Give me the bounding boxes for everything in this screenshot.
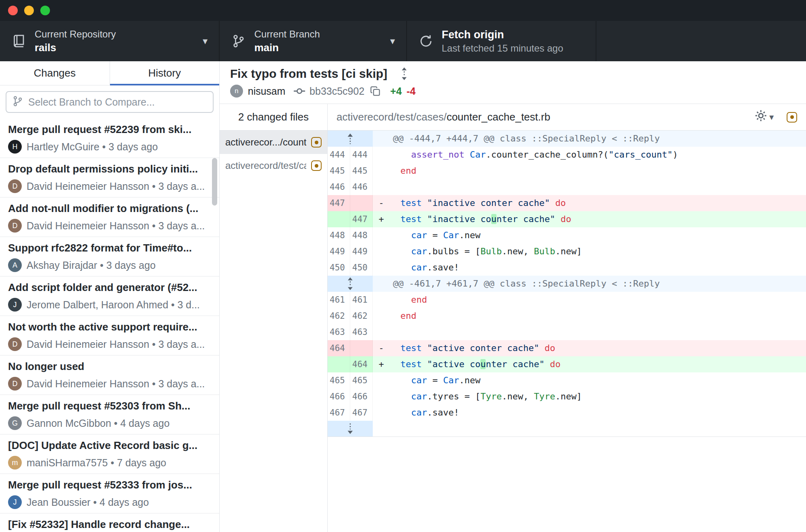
hunk-header-row: @@ -444,7 +444,7 @@ class ::SpecialReply… (328, 131, 806, 147)
author-avatar: n (230, 85, 243, 98)
code-text: assert_not Car.counter_cache_column?("ca… (390, 147, 806, 163)
new-line-number: 449 (350, 243, 373, 260)
app-window: Current Repository rails ▾ Current Branc… (0, 0, 806, 532)
new-line-number: 466 (350, 389, 373, 405)
commit-list-item[interactable]: [DOC] Update Active Record basic g...mma… (0, 434, 219, 474)
old-line-number: 462 (328, 308, 350, 324)
avatar: J (8, 298, 22, 312)
commit-meta-text: Jerome Dalbert, Haroon Ahmed • 3 d... (27, 299, 200, 311)
diff-path-file: counter_cache_test.rb (447, 111, 550, 123)
commit-list-item[interactable]: Merge pull request #52333 from jos...JJe… (0, 474, 219, 513)
commit-icon (293, 85, 305, 97)
file-list-item[interactable]: activerecor.../counter_cache_test.rb (220, 131, 327, 154)
new-line-number: 450 (350, 260, 373, 276)
new-line-number: 465 (350, 372, 373, 389)
hunk-header-text (373, 421, 806, 436)
toolbar-empty-area (596, 21, 806, 61)
commit-list-item[interactable]: No longer usedDDavid Heinemeier Hansson … (0, 355, 219, 395)
commit-list: Merge pull request #52239 from ski...HHa… (0, 118, 219, 532)
commit-meta-text: Hartley McGuire • 3 days ago (27, 141, 158, 153)
commit-meta-text: David Heinemeier Hansson • 3 days a... (27, 181, 205, 192)
resize-handle-icon[interactable] (399, 67, 409, 81)
expand-hunk-button[interactable] (328, 276, 373, 292)
compare-branch-box (6, 91, 214, 113)
commit-list-item[interactable]: [Fix #52332] Handle record change... (0, 513, 219, 532)
old-line-number: 466 (328, 389, 350, 405)
chevron-down-icon: ▾ (203, 35, 208, 47)
modified-icon (311, 160, 322, 171)
current-repository-selector[interactable]: Current Repository rails ▾ (0, 21, 220, 61)
compare-branch-input[interactable] (28, 96, 207, 108)
expand-hunk-button[interactable] (328, 421, 373, 436)
expand-hunk-button[interactable] (328, 131, 373, 147)
avatar: m (8, 456, 22, 470)
commit-list-item[interactable]: Add not-null modifier to migrations (...… (0, 197, 219, 237)
diff-options-button[interactable]: ▾ (755, 110, 774, 125)
commit-list-item[interactable]: Not worth the active support require...D… (0, 316, 219, 355)
branch-label: Current Branch (254, 29, 320, 40)
diff-line: 449449 car.bulbs = [Bulb.new, Bulb.new] (328, 243, 806, 260)
commit-title: Drop default permissions policy initi... (8, 163, 208, 175)
old-line-number: 463 (328, 324, 350, 340)
diff-marker (373, 227, 390, 243)
commit-meta-row: DDavid Heinemeier Hansson • 3 days a... (8, 337, 208, 351)
diff-marker (373, 163, 390, 179)
avatar: D (8, 219, 22, 233)
code-text: end (390, 292, 806, 308)
commit-meta-text: Jean Boussier • 4 days ago (27, 497, 149, 508)
commit-title: Add not-null modifier to migrations (... (8, 202, 208, 215)
code-text: car.bulbs = [Bulb.new, Bulb.new] (390, 243, 806, 260)
close-button[interactable] (8, 6, 18, 15)
tab-changes[interactable]: Changes (0, 61, 110, 85)
sidebar-scrollbar-thumb[interactable] (212, 158, 217, 206)
file-list-item[interactable]: activerecord/test/ca.../finder_test.rb (220, 154, 327, 177)
old-line-number: 465 (328, 372, 350, 389)
file-name: activerecor.../counter_cache_test.rb (225, 137, 306, 148)
old-line-number (328, 211, 350, 227)
commit-title: [Fix #52332] Handle record change... (8, 518, 208, 531)
copy-sha-button[interactable] (370, 86, 380, 96)
hunk-header-text: @@ -461,7 +461,7 @@ class ::SpecialReply… (373, 276, 806, 292)
old-line-number: 464 (328, 340, 350, 356)
commit-list-item[interactable]: Support rfc2822 format for Time#to...AAk… (0, 237, 219, 276)
minimize-button[interactable] (24, 6, 34, 15)
commit-title: [DOC] Update Active Record basic g... (8, 439, 208, 452)
commit-list-item[interactable]: Drop default permissions policy initi...… (0, 158, 219, 197)
commit-meta-row: AAkshay Birajdar • 3 days ago (8, 258, 208, 272)
commit-summary: Fix typo from tests [ci skip] n nisusam (220, 61, 806, 104)
commit-summary-title: Fix typo from tests [ci skip] (230, 67, 387, 81)
commit-list-item[interactable]: Merge pull request #52239 from ski...HHa… (0, 118, 219, 158)
old-line-number: 444 (328, 147, 350, 163)
commit-meta-text: David Heinemeier Hansson • 3 days a... (27, 220, 205, 232)
diff-marker (373, 147, 390, 163)
fetch-origin-button[interactable]: Fetch origin Last fetched 15 minutes ago (407, 21, 596, 61)
commit-list-item[interactable]: Merge pull request #52303 from Sh...GGan… (0, 395, 219, 434)
branch-value: main (254, 42, 320, 54)
diff-line: 450450 car.save! (328, 260, 806, 276)
zoom-button[interactable] (40, 6, 50, 15)
commit-title: Support rfc2822 format for Time#to... (8, 242, 208, 254)
code-text: car = Car.new (390, 372, 806, 389)
diff-body: @@ -444,7 +444,7 @@ class ::SpecialReply… (328, 131, 806, 532)
code-text: car.save! (390, 260, 806, 276)
commit-title: No longer used (8, 360, 208, 373)
diff-line: 463463 (328, 324, 806, 340)
avatar: G (8, 416, 22, 430)
commit-meta-text: Akshay Birajdar • 3 days ago (27, 260, 156, 271)
new-line-number: 463 (350, 324, 373, 340)
diff-line: 462462 end (328, 308, 806, 324)
diff-line: 445445 end (328, 163, 806, 179)
history-sidebar: Changes History Merge pull request #5223… (0, 61, 220, 532)
diff-line: 466466 car.tyres = [Tyre.new, Tyre.new] (328, 389, 806, 405)
gear-icon (755, 110, 767, 125)
diff-line: 444444 assert_not Car.counter_cache_colu… (328, 147, 806, 163)
additions-count: +4 (390, 85, 402, 97)
commit-meta-row: GGannon McGibbon • 4 days ago (8, 416, 208, 430)
current-branch-selector[interactable]: Current Branch main ▾ (220, 21, 407, 61)
tab-history[interactable]: History (110, 61, 220, 85)
old-line-number: 448 (328, 227, 350, 243)
commit-meta-row: DDavid Heinemeier Hansson • 3 days a... (8, 179, 208, 193)
diff-marker (373, 260, 390, 276)
commit-list-item[interactable]: Add script folder and generator (#52...J… (0, 276, 219, 316)
old-line-number: 449 (328, 243, 350, 260)
